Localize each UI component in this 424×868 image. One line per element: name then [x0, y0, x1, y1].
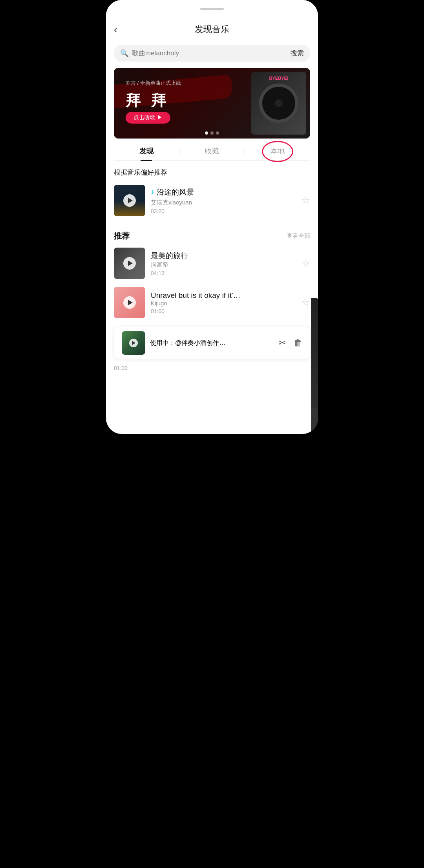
- song-2-duration: 01:00: [151, 308, 296, 314]
- search-bar[interactable]: 🔍 搜索: [114, 45, 310, 62]
- song-item-2[interactable]: Unravel but is it okay if it'… Kijugo 01…: [106, 283, 318, 322]
- section-header-row: 推荐 查看全部: [106, 224, 318, 244]
- song-2-play-button[interactable]: [123, 296, 136, 309]
- section-more-button[interactable]: 查看全部: [287, 232, 310, 240]
- last-duration: 01:00: [114, 365, 318, 375]
- back-button[interactable]: ‹: [114, 24, 117, 36]
- vinyl-record: [259, 84, 298, 123]
- banner-dots: [205, 131, 219, 135]
- recommended-play-button[interactable]: [123, 194, 136, 207]
- banner-subtitle: 罗言 / 全新单曲正式上线: [126, 80, 181, 87]
- song-title-row: ♪ 沿途的风景: [151, 187, 296, 197]
- tab-collection[interactable]: 收藏: [179, 146, 245, 156]
- song-2-info: Unravel but is it okay if it'… Kijugo 01…: [151, 291, 296, 314]
- song-1-play-button[interactable]: [123, 257, 136, 270]
- tab-discover[interactable]: 发现: [114, 146, 179, 156]
- recommended-song-favorite[interactable]: ☆: [302, 195, 310, 206]
- recommended-song-duration: 02:20: [151, 208, 296, 214]
- delete-icon[interactable]: 🗑: [294, 338, 302, 348]
- song-1-artist: 周富坚: [151, 261, 296, 268]
- status-bar: [106, 0, 318, 17]
- banner[interactable]: 罗言 / 全新单曲正式上线 拜 拜 点击听歌 ▶ BYEBYE!: [114, 68, 310, 139]
- song-2-artist: Kijugo: [151, 300, 296, 306]
- status-handle: [200, 8, 224, 10]
- banner-listen-button[interactable]: 点击听歌 ▶: [126, 112, 170, 124]
- song-1-thumbnail: [114, 248, 145, 279]
- dot-2: [210, 131, 214, 135]
- bottom-label: 使用中：@伴奏小潘创作…: [150, 339, 274, 347]
- recommended-song-info: ♪ 沿途的风景 艾瑞克xiaoyuan 02:20: [151, 187, 296, 214]
- music-note-icon: ♪: [151, 188, 154, 196]
- bottom-bar: 使用中：@伴奏小潘创作… ✂ 🗑: [114, 327, 310, 359]
- recommended-song-title: 沿途的风景: [157, 187, 194, 197]
- song-2-thumbnail: [114, 287, 145, 318]
- tabs: 发现 收藏 本地: [114, 146, 310, 161]
- song-1-duration: 04:13: [151, 270, 296, 276]
- bottom-actions: ✂ 🗑: [279, 338, 302, 348]
- song-item-1[interactable]: 最美的旅行 周富坚 04:13 ☆: [106, 244, 318, 283]
- dot-3: [216, 131, 219, 135]
- bottom-label-text: 使用中：@伴奏小潘创作…: [150, 339, 225, 346]
- header: ‹ 发现音乐: [106, 17, 318, 42]
- banner-album-text: BYEBYE!: [251, 76, 306, 80]
- divider-1: [114, 222, 310, 222]
- recommended-song-thumbnail: [114, 185, 145, 216]
- search-icon: 🔍: [120, 49, 129, 58]
- page-title: 发现音乐: [195, 24, 229, 35]
- tab-local[interactable]: 本地: [245, 146, 310, 156]
- song-1-info: 最美的旅行 周富坚 04:13: [151, 251, 296, 276]
- recommended-song-item[interactable]: ♪ 沿途的风景 艾瑞克xiaoyuan 02:20 ☆: [106, 181, 318, 220]
- search-button[interactable]: 搜索: [291, 49, 304, 58]
- song-1-favorite[interactable]: ☆: [302, 258, 310, 269]
- right-edge-decoration-2: [311, 408, 318, 434]
- song-1-title: 最美的旅行: [151, 251, 296, 261]
- song-2-title: Unravel but is it okay if it'…: [151, 291, 296, 300]
- banner-title: 拜 拜: [126, 91, 169, 111]
- bottom-thumb: [122, 331, 145, 355]
- section-title: 推荐: [114, 231, 130, 241]
- recommendation-section-header: 根据音乐偏好推荐: [106, 161, 318, 181]
- dot-1: [205, 131, 208, 135]
- bottom-play-button[interactable]: [129, 339, 138, 347]
- banner-album-art: BYEBYE!: [251, 72, 306, 135]
- cut-icon[interactable]: ✂: [279, 338, 286, 348]
- song-2-favorite[interactable]: ☆: [302, 297, 310, 308]
- recommended-song-artist: 艾瑞克xiaoyuan: [151, 199, 296, 206]
- search-input[interactable]: [132, 49, 291, 57]
